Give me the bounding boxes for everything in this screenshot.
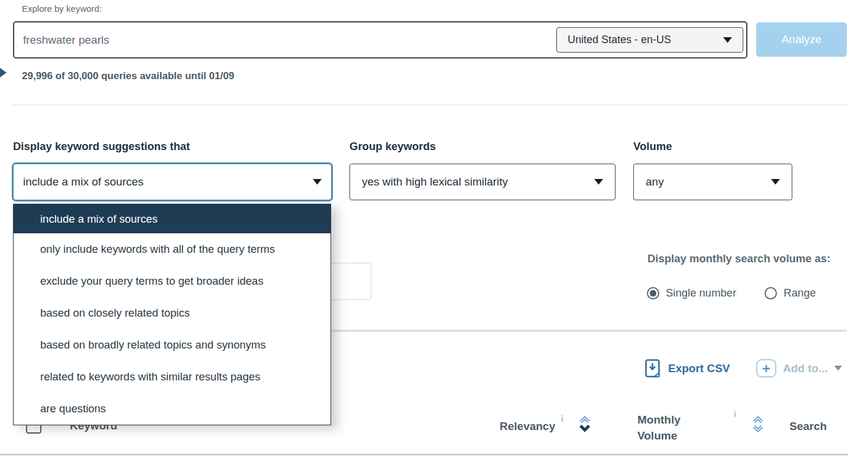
divider [0,454,848,455]
export-csv-label: Export CSV [668,362,730,375]
monthly-volume-column-header: Monthly Volume [637,412,697,444]
suggestions-select-value: include a mix of sources [23,175,144,188]
keyword-explorer-page: Explore by keyword: freshwater pearls Un… [0,0,868,469]
relevancy-sort-icon[interactable] [578,415,591,436]
keyword-search-box: freshwater pearls United States - en-US [13,21,747,58]
search-column-header: Search [789,420,827,433]
radio-option[interactable]: Single number [647,286,736,299]
monthly-volume-info-icon[interactable]: i [734,409,736,419]
dropdown-option[interactable]: based on closely related topics [14,297,331,329]
radio-option[interactable]: Range [765,286,816,299]
chevron-down-icon [594,179,603,185]
explore-by-keyword-label: Explore by keyword: [22,4,102,14]
export-csv-button[interactable]: Export CSV [644,359,730,378]
chevron-down-icon [834,366,842,371]
download-document-icon [644,359,660,378]
locale-select[interactable]: United States - en-US [556,27,743,53]
keyword-input[interactable]: freshwater pearls [23,34,109,47]
radio-icon [765,287,777,299]
dropdown-option[interactable]: only include keywords with all of the qu… [14,233,331,265]
disclosure-arrow-icon[interactable] [0,68,7,77]
monthly-volume-display-label: Display monthly search volume as: [647,252,830,265]
relevancy-info-icon[interactable]: i [561,414,563,424]
dropdown-option[interactable]: related to keywords with similar results… [14,361,331,393]
analyze-button[interactable]: Analyze [756,22,847,57]
group-keywords-label: Group keywords [349,140,436,153]
group-keywords-select-value: yes with high lexical similarity [362,175,508,188]
volume-select[interactable]: any [633,164,792,200]
monthly-volume-sort-icon[interactable] [752,415,765,436]
volume-select-value: any [646,175,664,188]
chevron-down-icon [313,179,322,185]
radio-option-label: Range [783,286,816,299]
dropdown-option[interactable]: exclude your query terms to get broader … [14,265,331,297]
radio-option-label: Single number [666,286,736,299]
suggestions-select[interactable]: include a mix of sources [12,162,333,201]
add-to-button[interactable]: Add to... [756,359,842,377]
group-keywords-select[interactable]: yes with high lexical similarity [349,164,616,200]
dropdown-option[interactable]: are questions [14,393,331,425]
plus-icon [756,359,776,377]
add-to-label: Add to... [783,362,828,375]
chevron-down-icon [771,179,780,185]
volume-display-radio-group: Single number Range [647,286,816,299]
radio-icon [647,287,659,299]
suggestions-filter-label: Display keyword suggestions that [13,140,190,153]
dropdown-option[interactable]: based on broadly related topics and syno… [14,329,331,361]
dropdown-option[interactable]: include a mix of sources [14,204,331,233]
query-quota-text: 29,996 of 30,000 queries available until… [22,70,234,82]
suggestions-dropdown-menu: include a mix of sources only include ke… [13,204,331,425]
locale-select-value: United States - en-US [568,34,671,46]
relevancy-column-header: Relevancy [500,420,555,433]
divider [13,105,848,105]
chevron-down-icon [723,37,732,43]
volume-filter-label: Volume [633,140,672,153]
